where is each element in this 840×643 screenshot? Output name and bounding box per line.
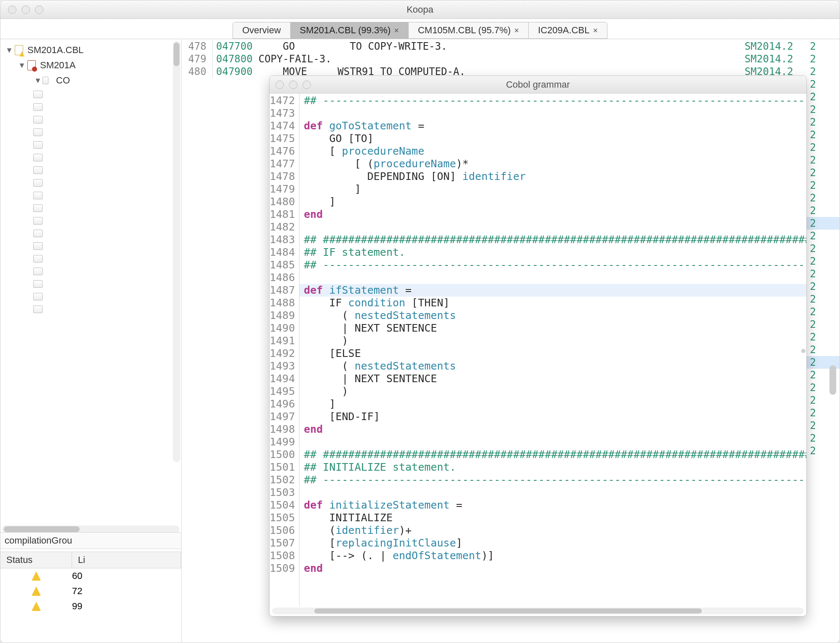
sidebar: ▼ SM201A.CBL ▼ SM201A ▼ CO compilat [0, 39, 182, 643]
grammar-line: ) [304, 385, 807, 398]
resize-handle-icon[interactable] [800, 342, 806, 360]
chevron-down-icon[interactable]: ▼ [33, 76, 43, 85]
node-icon [33, 129, 43, 136]
tree-stub-row[interactable] [33, 113, 181, 126]
tree-stub-row[interactable] [33, 252, 181, 265]
node-icon [33, 116, 43, 123]
grammar-code[interactable]: ## -------------------------------------… [300, 94, 807, 607]
tree-stub-row[interactable] [33, 202, 181, 214]
grammar-line: ## -------------------------------------… [304, 94, 807, 107]
tab-2[interactable]: CM105M.CBL (95.7%)× [409, 22, 529, 38]
tree-stub-row[interactable] [33, 164, 181, 177]
grammar-line: | NEXT SENTENCE [304, 322, 807, 335]
tree-grandchild-label: CO [56, 75, 70, 86]
tab-bar: OverviewSM201A.CBL (99.3%)×CM105M.CBL (9… [0, 19, 840, 39]
chevron-down-icon[interactable]: ▼ [17, 61, 27, 70]
file-tree[interactable]: ▼ SM201A.CBL ▼ SM201A ▼ CO [0, 39, 181, 319]
grammar-line: [--> (. | endOfStatement)] [304, 549, 807, 562]
grammar-line [304, 271, 807, 284]
close-icon[interactable]: × [394, 26, 399, 35]
line-cell: 99 [72, 601, 181, 612]
tree-stub-row[interactable] [33, 265, 181, 278]
close-icon[interactable]: × [514, 26, 519, 35]
scrollbar-thumb[interactable] [4, 526, 80, 532]
tab-3[interactable]: IC209A.CBL× [529, 22, 607, 38]
file-warn-icon [15, 45, 23, 55]
tree-stub-row[interactable] [33, 278, 181, 290]
tree-child-label: SM201A [40, 60, 75, 71]
grammar-line: end [304, 208, 807, 221]
grammar-line: GO [TO] [304, 132, 807, 145]
body: ▼ SM201A.CBL ▼ SM201A ▼ CO compilat [0, 39, 840, 643]
tree-stub-row[interactable] [33, 214, 181, 227]
grammar-title: Cobol grammar [270, 79, 806, 90]
sidebar-vscrollbar[interactable] [173, 41, 180, 462]
scrollbar-thumb[interactable] [174, 43, 179, 66]
col-status-header[interactable]: Status [0, 552, 72, 568]
grammar-line: def goToStatement = [304, 120, 807, 132]
grammar-line: ## IF statement. [304, 246, 807, 259]
col-line-header[interactable]: Li [72, 552, 181, 568]
tab-0[interactable]: Overview [233, 22, 291, 38]
tree-stub-row[interactable] [33, 139, 181, 151]
close-icon[interactable]: × [593, 26, 598, 35]
grammar-line: ( nestedStatements [304, 309, 807, 322]
table-row[interactable]: 72 [0, 584, 181, 599]
grammar-line [304, 436, 807, 448]
grammar-body[interactable]: 1472147314741475147614771478147914801481… [270, 94, 806, 607]
scrollbar-thumb[interactable] [314, 608, 702, 614]
tree-stub-row[interactable] [33, 303, 181, 316]
tree-grandchild[interactable]: ▼ CO [0, 73, 181, 88]
tree-stub-row[interactable] [33, 177, 181, 189]
node-icon [33, 204, 43, 212]
app-title: Koopa [0, 4, 840, 15]
main-titlebar: Koopa [0, 0, 840, 19]
tree-stub-row[interactable] [33, 240, 181, 252]
node-icon [43, 77, 48, 84]
grammar-line: ] [304, 398, 807, 410]
tree-stub-row[interactable] [33, 189, 181, 202]
grammar-line: [ELSE [304, 347, 807, 360]
grammar-line: ## -------------------------------------… [304, 474, 807, 486]
warning-icon [32, 587, 41, 596]
grammar-line: INITIALIZE [304, 512, 807, 524]
tree-stub-row[interactable] [33, 88, 181, 101]
code-row: 478047700 GO TO COPY-WRITE-3.SM2014.2 [182, 40, 840, 53]
tree-stub-row[interactable] [33, 151, 181, 164]
warning-icon [32, 602, 41, 611]
node-icon [33, 179, 43, 187]
tree-root[interactable]: ▼ SM201A.CBL [0, 43, 181, 58]
file-error-icon [27, 60, 36, 70]
grammar-line: DEPENDING [ON] identifier [304, 170, 807, 183]
background-code[interactable]: 478047700 GO TO COPY-WRITE-3.SM2014.2479… [182, 39, 840, 78]
tree-stub-row[interactable] [33, 101, 181, 113]
table-row[interactable]: 99 [0, 599, 181, 614]
tree-stub-row[interactable] [33, 126, 181, 139]
tab-1[interactable]: SM201A.CBL (99.3%)× [291, 22, 409, 38]
tree-stub-row[interactable] [33, 227, 181, 240]
grammar-line: | NEXT SENTENCE [304, 372, 807, 385]
editor-area: 478047700 GO TO COPY-WRITE-3.SM2014.2479… [182, 39, 840, 643]
chevron-down-icon[interactable]: ▼ [5, 46, 14, 55]
node-icon [33, 280, 43, 288]
grammar-hscrollbar[interactable] [272, 608, 804, 614]
grammar-window: Cobol grammar 14721473147414751476147714… [269, 75, 807, 616]
grammar-gutter: 1472147314741475147614771478147914801481… [270, 94, 300, 607]
grammar-line: def initializeStatement = [304, 499, 807, 512]
table-row[interactable]: 60 [0, 568, 181, 584]
tree-stub-row[interactable] [33, 290, 181, 303]
tree-child[interactable]: ▼ SM201A [0, 58, 181, 73]
grammar-line: [END-IF] [304, 410, 807, 423]
editor-vscrollbar[interactable] [829, 41, 837, 638]
grammar-line: IF condition [THEN] [304, 297, 807, 309]
grammar-line: end [304, 423, 807, 436]
node-icon [33, 103, 43, 111]
problems-table: Status Li 607299 [0, 552, 181, 643]
node-icon [33, 242, 43, 250]
grammar-line: ## INITIALIZE statement. [304, 461, 807, 474]
grammar-line: ] [304, 196, 807, 208]
breadcrumb[interactable]: compilationGrou [0, 532, 181, 549]
grammar-line [304, 221, 807, 233]
tab-label: Overview [242, 25, 281, 36]
scrollbar-thumb[interactable] [829, 365, 836, 395]
